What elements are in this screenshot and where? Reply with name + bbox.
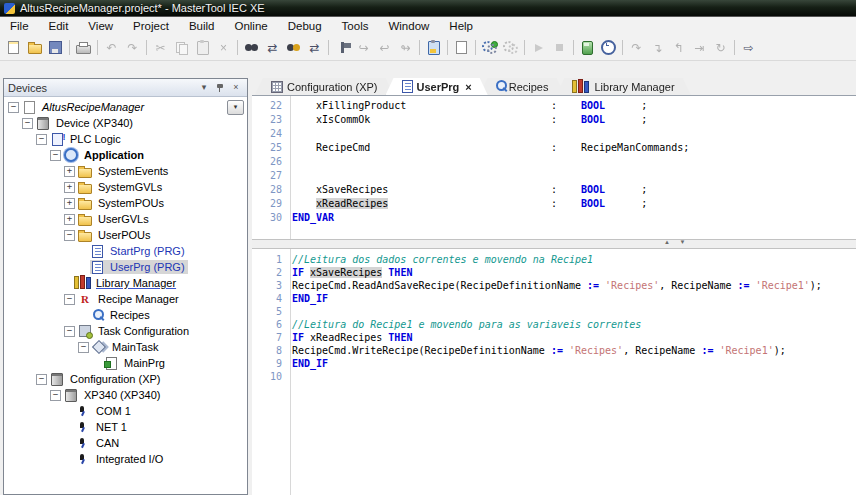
redo-button[interactable]: ↷ [122, 38, 143, 58]
chevron-down-icon[interactable]: ▾ [197, 81, 211, 94]
tree-item-maintask[interactable]: −MainTask [4, 339, 247, 355]
tree-item-integrated-i-o[interactable]: Integrated I/O [4, 451, 247, 467]
tree-item-systemgvls[interactable]: +SystemGVLs [4, 179, 247, 195]
tree-item-net-1[interactable]: NET 1 [4, 419, 247, 435]
close-icon[interactable]: × [229, 81, 243, 94]
menu-edit[interactable]: Edit [39, 18, 79, 34]
tree-item-recipes[interactable]: Recipes [4, 307, 247, 323]
collapse-icon[interactable]: − [22, 118, 33, 129]
declaration-editor[interactable]: 22 xFillingProduct : BOOL ;23 xIsCommOk … [252, 96, 856, 239]
code-text: xFillingProduct : BOOL ; [292, 99, 647, 113]
tree-item-configuration-xp[interactable]: −Configuration (XP) [4, 371, 247, 387]
goto-button[interactable]: ⇨ [738, 38, 759, 58]
devices-tree[interactable]: ▾ −AltusRecipeManager−Device (XP340)−PLC… [4, 97, 247, 494]
find-button[interactable] [241, 38, 262, 58]
splitter-arrows[interactable]: ▲ ▼ [664, 239, 690, 245]
menu-build[interactable]: Build [179, 18, 225, 34]
menu-tools[interactable]: Tools [332, 18, 379, 34]
clear-bookmarks-button[interactable]: ↬ [395, 38, 416, 58]
new-project-button[interactable] [3, 38, 24, 58]
device-version-dropdown[interactable]: ▾ [227, 100, 244, 115]
tree-item-device-xp340[interactable]: −Device (XP340) [4, 115, 247, 131]
tree-item-startprg-prg[interactable]: StartPrg (PRG) [4, 243, 247, 259]
tree-item-altusrecipemanager[interactable]: −AltusRecipeManager [4, 99, 247, 115]
toggle-bookmark-button[interactable] [332, 38, 353, 58]
tree-item-application[interactable]: −Application [4, 147, 247, 163]
tree-item-userpous[interactable]: −UserPOUs [4, 227, 247, 243]
export-button[interactable] [423, 38, 444, 58]
tree-item-plc-logic[interactable]: −PLC Logic [4, 131, 247, 147]
tree-item-label: COM 1 [93, 404, 134, 418]
tab-recipes[interactable]: Recipes [480, 78, 565, 95]
menu-file[interactable]: File [0, 18, 39, 34]
collapse-icon[interactable]: − [64, 294, 75, 305]
tree-item-recipe-manager[interactable]: −RRecipe Manager [4, 291, 247, 307]
runtime-clock-button[interactable] [598, 38, 619, 58]
stop-button[interactable] [549, 38, 570, 58]
menu-view[interactable]: View [78, 18, 123, 34]
new-pou-button[interactable] [451, 38, 472, 58]
tree-item-xp340-xp340[interactable]: −XP340 (XP340) [4, 387, 247, 403]
set-next-statement-button[interactable]: ↻ [710, 38, 731, 58]
collapse-icon[interactable]: − [78, 342, 89, 353]
logout-button[interactable] [500, 38, 521, 58]
cut-button[interactable]: ✂ [150, 38, 171, 58]
code-line: 2IF xSaveRecipes THEN [252, 266, 856, 279]
replace-all-button[interactable]: ⇄ [304, 38, 325, 58]
copy-button[interactable] [171, 38, 192, 58]
line-number: 8 [252, 344, 292, 357]
step-out-button[interactable]: ↰ [668, 38, 689, 58]
save-project-button[interactable] [45, 38, 66, 58]
menu-debug[interactable]: Debug [278, 18, 332, 34]
tree-item-com-1[interactable]: COM 1 [4, 403, 247, 419]
folder-icon [78, 168, 92, 178]
paste-button[interactable] [192, 38, 213, 58]
collapse-icon[interactable]: − [50, 150, 61, 161]
editor-splitter[interactable]: ▲ ▼ [252, 239, 856, 249]
collapse-icon[interactable]: − [8, 102, 19, 113]
tree-item-task-configuration[interactable]: −Task Configuration [4, 323, 247, 339]
tree-item-userprg-prg[interactable]: UserPrg (PRG) [4, 259, 247, 275]
next-bookmark-button[interactable]: ↪ [353, 38, 374, 58]
expand-icon[interactable]: + [64, 166, 75, 177]
collapse-icon[interactable]: − [36, 374, 47, 385]
tab-userprg[interactable]: UserPrg× [386, 78, 488, 95]
pin-icon[interactable] [213, 81, 227, 94]
run-to-cursor-button[interactable]: ⇥ [689, 38, 710, 58]
tree-item-systemevents[interactable]: +SystemEvents [4, 163, 247, 179]
undo-button[interactable]: ↶ [101, 38, 122, 58]
print-button[interactable] [73, 38, 94, 58]
tab-library-manager[interactable]: Library Manager [556, 78, 690, 95]
collapse-icon[interactable]: − [64, 326, 75, 337]
replace-button[interactable] [283, 38, 304, 58]
download-button[interactable] [577, 38, 598, 58]
incremental-search-button[interactable]: ⇄ [262, 38, 283, 58]
step-into-button[interactable]: ↴ [647, 38, 668, 58]
tree-item-library-manager[interactable]: Library Manager [4, 275, 247, 291]
open-project-button[interactable] [24, 38, 45, 58]
delete-button[interactable]: × [213, 38, 234, 58]
tree-item-mainprg[interactable]: MainPrg [4, 355, 247, 371]
expand-icon[interactable]: + [64, 198, 75, 209]
menu-bar: FileEditViewProjectBuildOnlineDebugTools… [0, 17, 856, 35]
tree-item-can[interactable]: CAN [4, 435, 247, 451]
tab-close-icon[interactable]: × [465, 81, 471, 93]
collapse-icon[interactable]: − [36, 134, 47, 145]
tree-item-systempous[interactable]: +SystemPOUs [4, 195, 247, 211]
expand-icon[interactable]: + [64, 214, 75, 225]
start-button[interactable] [528, 38, 549, 58]
tab-configuration-xp[interactable]: Configuration (XP) [255, 78, 394, 95]
menu-help[interactable]: Help [439, 18, 483, 34]
tree-icon-slot [78, 325, 92, 338]
login-button[interactable] [479, 38, 500, 58]
collapse-icon[interactable]: − [50, 390, 61, 401]
collapse-icon[interactable]: − [64, 230, 75, 241]
menu-window[interactable]: Window [378, 18, 439, 34]
previous-bookmark-button[interactable]: ↩ [374, 38, 395, 58]
expand-icon[interactable]: + [64, 182, 75, 193]
menu-project[interactable]: Project [123, 18, 179, 34]
menu-online[interactable]: Online [224, 18, 277, 34]
step-over-button[interactable]: ↷ [626, 38, 647, 58]
implementation-editor[interactable]: 1//Leitura dos dados correntes e movendo… [252, 249, 856, 495]
tree-item-usergvls[interactable]: +UserGVLs [4, 211, 247, 227]
